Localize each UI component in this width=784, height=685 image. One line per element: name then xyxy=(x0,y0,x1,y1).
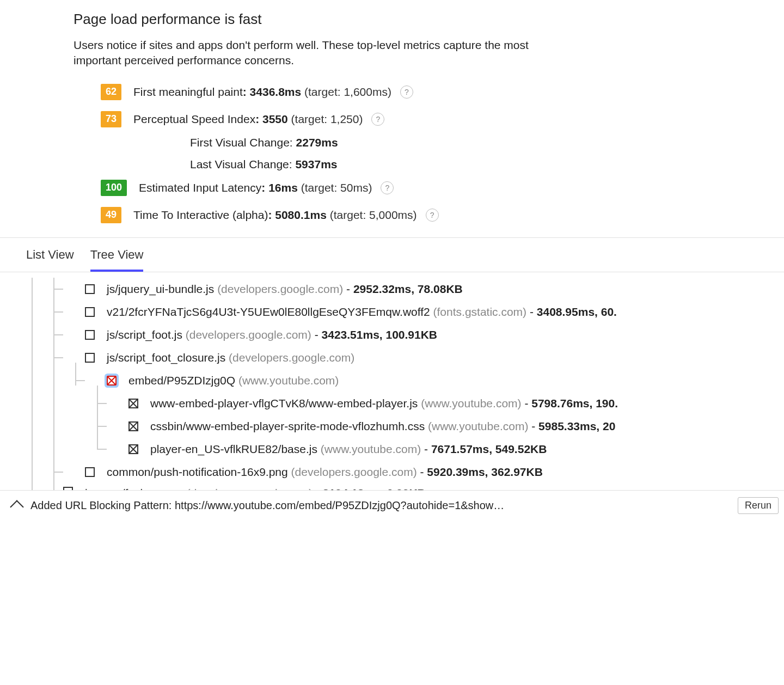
resource-label: js/jquery_ui-bundle.js (developers.googl… xyxy=(107,283,463,296)
help-icon[interactable]: ? xyxy=(371,113,384,126)
block-checkbox[interactable] xyxy=(85,353,95,363)
resource-label: common/push-notification-16x9.png (devel… xyxy=(107,466,543,479)
resource-label: images/favicon.png (developers.google.co… xyxy=(85,487,426,490)
metric-row: 62First meaningful paint: 3436.8ms (targ… xyxy=(101,84,784,100)
resource-label: js/script_foot.js (developers.google.com… xyxy=(107,328,437,341)
block-checkbox[interactable] xyxy=(85,307,95,317)
tree-view-area: js/jquery_ui-bundle.js (developers.googl… xyxy=(0,272,784,490)
tree-row: js/script_foot.js (developers.google.com… xyxy=(22,323,784,346)
section-description: Users notice if sites and apps don't per… xyxy=(74,38,574,69)
sub-metrics: First Visual Change: 2279msLast Visual C… xyxy=(101,136,784,171)
score-badge: 73 xyxy=(101,111,121,127)
tab-list-view[interactable]: List View xyxy=(26,238,74,272)
resource-label: js/script_foot_closure.js (developers.go… xyxy=(107,351,354,364)
status-message: Added URL Blocking Pattern: https://www.… xyxy=(30,499,729,512)
metric-row: 49Time To Interactive (alpha): 5080.1ms … xyxy=(101,207,784,223)
section-title: Page load performance is fast xyxy=(74,11,784,28)
resource-label: www-embed-player-vflgCTvK8/www-embed-pla… xyxy=(150,397,618,410)
block-checkbox[interactable] xyxy=(128,444,138,454)
metric-label: First meaningful paint: 3436.8ms (target… xyxy=(133,85,391,99)
score-badge: 100 xyxy=(101,180,127,196)
status-bar: Added URL Blocking Pattern: https://www.… xyxy=(0,490,784,521)
resource-label: cssbin/www-embed-player-sprite-mode-vflo… xyxy=(150,420,615,433)
sub-metric-row: Last Visual Change: 5937ms xyxy=(190,158,784,171)
resource-label: embed/P95ZDIzjg0Q (www.youtube.com) xyxy=(128,374,339,387)
chevron-up-icon[interactable] xyxy=(10,500,23,513)
metric-row: 73Perceptual Speed Index: 3550 (target: … xyxy=(101,111,784,127)
metric-label: Estimated Input Latency: 16ms (target: 5… xyxy=(139,181,372,194)
sub-metric-row: First Visual Change: 2279ms xyxy=(190,136,784,149)
rerun-button[interactable]: Rerun xyxy=(738,497,779,514)
help-icon[interactable]: ? xyxy=(400,85,413,99)
score-badge: 49 xyxy=(101,207,121,223)
block-checkbox[interactable] xyxy=(85,467,95,477)
view-tabs: List View Tree View xyxy=(0,237,784,272)
help-icon[interactable]: ? xyxy=(381,181,394,194)
block-checkbox[interactable] xyxy=(63,487,73,490)
block-checkbox[interactable] xyxy=(85,330,95,340)
tab-tree-view[interactable]: Tree View xyxy=(90,238,144,272)
resource-label: player-en_US-vflkRUE82/base.js (www.yout… xyxy=(150,443,547,456)
block-checkbox[interactable] xyxy=(85,284,95,294)
tree-row: cssbin/www-embed-player-sprite-mode-vflo… xyxy=(22,415,784,438)
tree-row: v21/2fcrYFNaTjcS6g4U3t-Y5UEw0lE80llgEseQ… xyxy=(22,301,784,323)
metrics-list: 62First meaningful paint: 3436.8ms (targ… xyxy=(74,84,784,223)
tree-row: js/jquery_ui-bundle.js (developers.googl… xyxy=(22,278,784,301)
tree-row: common/push-notification-16x9.png (devel… xyxy=(22,461,784,484)
score-badge: 62 xyxy=(101,84,121,100)
block-checkbox[interactable] xyxy=(107,376,117,386)
metric-label: Perceptual Speed Index: 3550 (target: 1,… xyxy=(133,113,363,126)
help-icon[interactable]: ? xyxy=(426,209,439,222)
block-checkbox[interactable] xyxy=(128,421,138,431)
performance-section: Page load performance is fast Users noti… xyxy=(0,0,784,223)
tree-row: js/script_foot_closure.js (developers.go… xyxy=(22,346,784,369)
block-checkbox[interactable] xyxy=(128,399,138,408)
metric-row: 100Estimated Input Latency: 16ms (target… xyxy=(101,180,784,196)
tree-row: images/favicon.png (developers.google.co… xyxy=(22,484,784,490)
tree-row: player-en_US-vflkRUE82/base.js (www.yout… xyxy=(22,438,784,461)
metric-label: Time To Interactive (alpha): 5080.1ms (t… xyxy=(133,209,417,222)
tree-row: embed/P95ZDIzjg0Q (www.youtube.com) xyxy=(22,369,784,392)
resource-label: v21/2fcrYFNaTjcS6g4U3t-Y5UEw0lE80llgEseQ… xyxy=(107,305,617,319)
tree-row: www-embed-player-vflgCTvK8/www-embed-pla… xyxy=(22,392,784,415)
